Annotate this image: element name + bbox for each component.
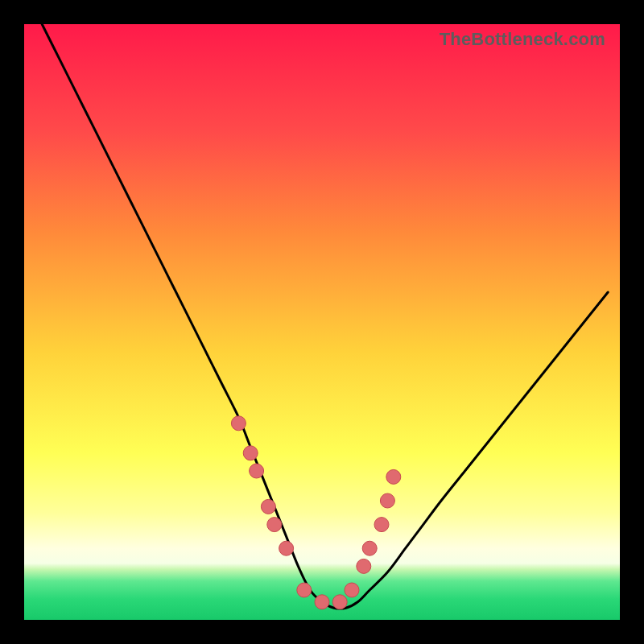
bottleneck-curve <box>42 24 608 609</box>
plot-area: TheBottleneck.com <box>24 24 620 620</box>
marker-point <box>374 518 389 532</box>
marker-point <box>267 518 282 532</box>
marker-point <box>315 595 329 609</box>
marker-point <box>231 416 246 431</box>
marker-point <box>250 464 264 478</box>
marker-point <box>357 559 371 573</box>
marker-point <box>279 541 294 555</box>
marker-point <box>386 469 401 484</box>
marker-point <box>332 595 347 609</box>
sample-markers <box>231 416 400 609</box>
marker-point <box>362 541 377 555</box>
watermark-text: TheBottleneck.com <box>440 29 605 50</box>
marker-point <box>345 583 359 597</box>
chart-svg <box>24 24 620 620</box>
marker-point <box>261 499 275 514</box>
chart-frame: TheBottleneck.com <box>0 0 644 644</box>
marker-point <box>243 446 258 460</box>
marker-point <box>297 583 312 597</box>
marker-point <box>380 493 394 508</box>
